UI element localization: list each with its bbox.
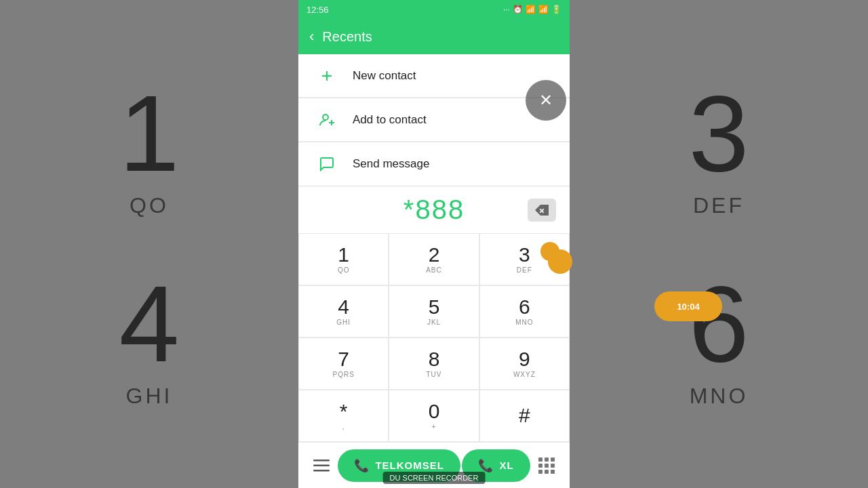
key-8-num: 8: [429, 349, 440, 369]
dots-icon: ···: [503, 5, 510, 14]
key-0-num: 0: [429, 401, 440, 422]
send-message-item[interactable]: Send message: [298, 142, 570, 186]
svg-point-2: [323, 115, 328, 120]
xl-phone-icon: 📞: [478, 458, 494, 473]
key-hash[interactable]: #: [479, 390, 570, 442]
add-to-contact-icon: [315, 108, 339, 132]
hamburger-menu-button[interactable]: [307, 451, 336, 481]
new-contact-icon: [315, 64, 339, 88]
backdrop-right: [570, 0, 868, 488]
key-1-num: 1: [338, 245, 349, 265]
key-hash-num: #: [519, 405, 530, 426]
keypad: 1 QO 2 ABC 3 DEF 4 GHI 5 JKL 6: [298, 233, 570, 442]
svg-rect-6: [313, 464, 330, 466]
new-contact-label: New contact: [353, 69, 416, 83]
key-1[interactable]: 1 QO: [298, 233, 389, 285]
telkomsel-label: TELKOMSEL: [375, 460, 444, 471]
key-5-num: 5: [429, 297, 440, 317]
key-9[interactable]: 9 WXYZ: [479, 338, 570, 390]
key-0-letters: +: [432, 423, 437, 430]
svg-rect-7: [313, 470, 330, 472]
key-star[interactable]: * ,: [298, 390, 389, 442]
xl-label: XL: [499, 460, 513, 471]
key-9-letters: WXYZ: [513, 371, 536, 378]
back-button[interactable]: ‹: [309, 28, 314, 45]
wifi-icon: 📶: [526, 5, 536, 14]
bg-badge-orange: 10:04: [654, 291, 722, 321]
alarm-icon: ⏰: [513, 5, 523, 14]
key-1-letters: QO: [338, 266, 350, 274]
key-7[interactable]: 7 PQRS: [298, 338, 389, 390]
signal-icon: 📶: [538, 5, 549, 14]
key-7-num: 7: [338, 349, 349, 369]
key-2-letters: ABC: [426, 266, 442, 274]
dial-area: *888 1 QO 2 ABC 3 DEF: [298, 186, 570, 488]
backdrop-left: [0, 0, 298, 488]
header-title: Recents: [322, 29, 372, 45]
phone-container: 12:56 ··· ⏰ 📶 📶 🔋 ‹ Recents New contact: [298, 0, 570, 488]
key-star-letters: ,: [342, 423, 345, 430]
key-5-letters: JKL: [427, 319, 441, 326]
key-6-letters: MNO: [515, 319, 533, 326]
key-9-num: 9: [519, 349, 530, 369]
bg-x-button[interactable]: ✕: [526, 80, 566, 121]
backspace-button[interactable]: [528, 199, 556, 222]
key-8[interactable]: 8 TUV: [389, 338, 479, 390]
send-message-icon: [315, 152, 339, 176]
key-6[interactable]: 6 MNO: [479, 285, 570, 338]
dial-number: *888: [312, 195, 556, 225]
key-6-num: 6: [519, 297, 530, 317]
menu-section: New contact Add to contact: [298, 54, 570, 186]
key-8-letters: TUV: [426, 371, 441, 378]
key-4-num: 4: [338, 297, 349, 317]
add-to-contact-label: Add to contact: [353, 113, 427, 127]
grid-dots: [538, 458, 555, 474]
key-3-num: 3: [519, 245, 530, 265]
key-0[interactable]: 0 +: [389, 390, 479, 442]
grid-view-button[interactable]: [532, 451, 561, 481]
key-4[interactable]: 4 GHI: [298, 285, 389, 338]
telkomsel-phone-icon: 📞: [354, 458, 370, 473]
key-2[interactable]: 2 ABC: [389, 233, 479, 285]
status-time: 12:56: [307, 5, 329, 15]
status-bar: 12:56 ··· ⏰ 📶 📶 🔋: [298, 0, 570, 19]
number-display: *888: [298, 186, 570, 233]
bg-badge-right: [548, 249, 572, 274]
key-2-num: 2: [429, 245, 440, 265]
svg-rect-5: [313, 460, 330, 462]
du-recorder-badge: DU SCREEN RECORDER: [383, 472, 486, 484]
key-7-letters: PQRS: [332, 371, 354, 378]
key-3-letters: DEF: [517, 266, 532, 274]
key-4-letters: GHI: [336, 319, 351, 326]
battery-icon: 🔋: [551, 5, 561, 14]
key-5[interactable]: 5 JKL: [389, 285, 479, 338]
key-star-num: *: [340, 401, 348, 422]
status-icons: ··· ⏰ 📶 📶 🔋: [503, 5, 561, 14]
send-message-label: Send message: [353, 157, 429, 171]
header: ‹ Recents: [298, 19, 570, 54]
